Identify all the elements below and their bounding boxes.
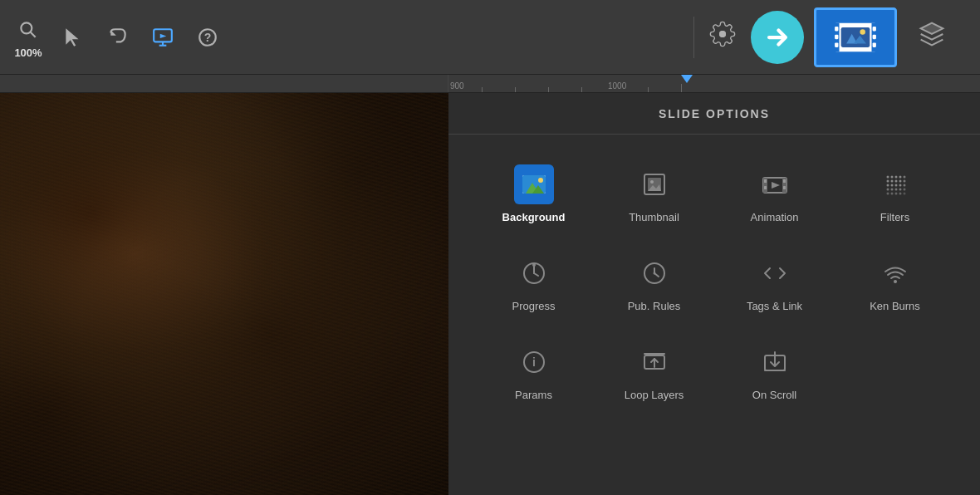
filters-icon — [882, 171, 909, 198]
ruler-left-spacer — [0, 75, 448, 92]
svg-rect-14 — [835, 27, 838, 31]
option-background[interactable]: Background — [473, 151, 594, 232]
svg-point-55 — [903, 184, 905, 187]
canvas-background — [0, 93, 448, 495]
search-icon[interactable] — [13, 15, 43, 45]
option-on-scroll[interactable]: On Scroll — [714, 329, 835, 409]
svg-rect-36 — [764, 179, 767, 183]
loop-layers-label: Loop Layers — [625, 389, 684, 401]
svg-point-57 — [890, 189, 893, 191]
preview-icon[interactable] — [148, 22, 178, 52]
params-icon: i — [521, 349, 547, 375]
svg-point-28 — [538, 178, 543, 183]
toolbar-left: 100% ? — [13, 15, 677, 59]
svg-point-58 — [894, 189, 897, 191]
svg-rect-20 — [841, 27, 870, 47]
svg-line-69 — [534, 273, 538, 276]
select-tool-icon[interactable] — [58, 22, 88, 52]
ruler: 900 1000 — [0, 75, 980, 93]
canvas-area[interactable] — [0, 93, 448, 495]
on-scroll-icon — [762, 349, 788, 375]
settings-icon[interactable] — [704, 16, 741, 58]
loop-layers-icon — [641, 349, 668, 375]
background-icon-wrap — [514, 164, 554, 204]
svg-point-23 — [860, 29, 865, 35]
svg-point-48 — [894, 180, 897, 183]
ruler-marks: 900 1000 — [448, 75, 980, 92]
ken-burns-icon — [882, 260, 909, 287]
option-filters[interactable]: Filters — [835, 151, 955, 232]
svg-text:i: i — [532, 355, 536, 369]
svg-rect-15 — [835, 34, 838, 38]
slide-options-title: SLIDE OPTIONS — [659, 107, 770, 120]
ken-burns-icon-wrap — [875, 253, 915, 293]
progress-label: Progress — [512, 300, 555, 312]
option-animation[interactable]: Animation — [714, 151, 835, 232]
option-params[interactable]: i Params — [473, 329, 594, 409]
next-button[interactable] — [751, 11, 804, 64]
progress-icon — [521, 260, 547, 287]
option-tags-link[interactable]: Tags & Link — [714, 240, 835, 321]
toolbar: 100% ? — [0, 0, 980, 75]
svg-point-65 — [903, 193, 905, 195]
main-content: SLIDE OPTIONS Background — [0, 93, 980, 495]
tags-link-icon — [762, 260, 788, 287]
toolbar-divider — [693, 17, 694, 58]
options-grid: Background Thumbnail — [448, 135, 980, 426]
params-label: Params — [515, 389, 552, 401]
on-scroll-icon-wrap — [755, 342, 795, 382]
svg-rect-17 — [873, 27, 876, 31]
svg-point-74 — [894, 280, 897, 283]
svg-line-1 — [31, 32, 36, 37]
on-scroll-label: On Scroll — [752, 389, 796, 401]
ruler-mark-1000: 1000 — [608, 81, 626, 91]
thumbnail-label: Thumbnail — [629, 211, 679, 223]
svg-point-10 — [719, 31, 726, 37]
svg-point-43 — [894, 176, 897, 179]
layers-icon[interactable] — [914, 16, 950, 58]
svg-point-53 — [894, 184, 897, 187]
svg-point-60 — [903, 189, 905, 191]
svg-point-45 — [903, 176, 905, 179]
option-ken-burns[interactable]: Ken Burns — [835, 240, 955, 321]
svg-point-42 — [890, 176, 893, 179]
option-loop-layers[interactable]: Loop Layers — [594, 329, 714, 409]
svg-marker-40 — [772, 182, 780, 189]
svg-point-41 — [886, 176, 889, 179]
svg-marker-2 — [66, 28, 78, 47]
option-pub-rules[interactable]: Pub. Rules — [594, 240, 714, 321]
help-icon[interactable]: ? — [193, 22, 223, 52]
zoom-control[interactable]: 100% — [13, 15, 43, 59]
toolbar-center — [693, 7, 950, 67]
svg-rect-39 — [783, 186, 786, 189]
animation-label: Animation — [751, 211, 799, 223]
animation-icon-wrap — [755, 164, 795, 204]
svg-rect-19 — [873, 42, 876, 47]
undo-icon[interactable] — [103, 22, 133, 52]
option-thumbnail[interactable]: Thumbnail — [594, 151, 714, 232]
svg-point-64 — [899, 193, 901, 195]
svg-text:?: ? — [204, 31, 212, 44]
background-label: Background — [502, 211, 566, 223]
svg-point-73 — [653, 272, 655, 275]
svg-point-56 — [886, 189, 889, 191]
svg-rect-38 — [783, 179, 786, 183]
svg-rect-18 — [873, 34, 876, 38]
progress-icon-wrap — [514, 253, 554, 293]
params-icon-wrap: i — [514, 342, 554, 382]
svg-point-44 — [899, 176, 901, 179]
ruler-arrow — [681, 75, 693, 83]
filters-label: Filters — [880, 211, 909, 223]
svg-point-54 — [899, 184, 901, 187]
background-icon — [521, 171, 547, 198]
svg-point-49 — [899, 180, 901, 183]
slide-options-header: SLIDE OPTIONS — [448, 93, 980, 135]
svg-point-50 — [903, 180, 905, 183]
option-progress[interactable]: Progress — [473, 240, 594, 321]
svg-point-47 — [890, 180, 893, 183]
svg-point-0 — [21, 22, 32, 33]
svg-point-62 — [890, 193, 893, 195]
slide-options-button[interactable] — [814, 7, 897, 67]
zoom-label: 100% — [14, 47, 42, 59]
ruler-mark-900: 900 — [450, 81, 464, 91]
